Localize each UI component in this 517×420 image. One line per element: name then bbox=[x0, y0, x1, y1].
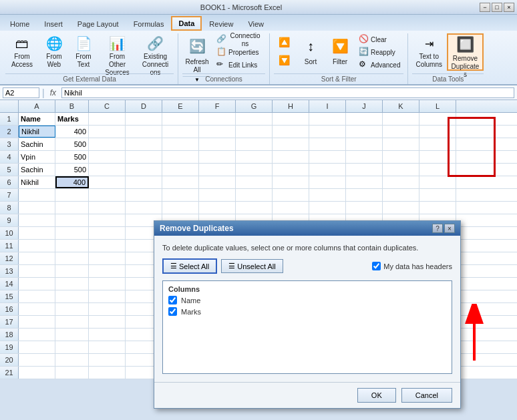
cell-l7[interactable] bbox=[419, 189, 456, 201]
cell-e2[interactable] bbox=[162, 126, 199, 138]
tab-view[interactable]: View bbox=[240, 16, 271, 31]
cell-c21[interactable] bbox=[89, 367, 126, 379]
cell-l3[interactable] bbox=[419, 138, 456, 150]
cell-a4[interactable]: Vpin bbox=[19, 151, 55, 163]
row-header-11[interactable]: 11 bbox=[0, 240, 19, 252]
col-header-g[interactable]: G bbox=[236, 100, 273, 112]
cell-j2[interactable] bbox=[346, 126, 383, 138]
col-header-e[interactable]: E bbox=[162, 100, 199, 112]
tab-insert[interactable]: Insert bbox=[37, 16, 70, 31]
cell-b3[interactable]: 500 bbox=[55, 138, 89, 150]
cell-i2[interactable] bbox=[309, 126, 346, 138]
cell-l5[interactable] bbox=[419, 164, 456, 176]
cell-f5[interactable] bbox=[199, 164, 236, 176]
existing-connections-button[interactable]: 🔗 ExistingConnections bbox=[137, 33, 174, 71]
row-header-8[interactable]: 8 bbox=[0, 202, 19, 214]
sort-za-button[interactable]: 🔽 bbox=[274, 51, 294, 69]
dialog-close-button[interactable]: × bbox=[444, 224, 455, 233]
row-header-2[interactable]: 2 bbox=[0, 126, 19, 138]
cell-c9[interactable] bbox=[89, 214, 126, 226]
row-header-15[interactable]: 15 bbox=[0, 290, 19, 302]
cell-b1[interactable]: Marks bbox=[55, 113, 89, 125]
cell-d2[interactable] bbox=[126, 126, 162, 138]
tab-review[interactable]: Review bbox=[202, 16, 240, 31]
cell-c6[interactable] bbox=[89, 176, 126, 188]
cell-c14[interactable] bbox=[89, 278, 126, 290]
cell-a17[interactable] bbox=[19, 316, 55, 328]
cell-h1[interactable] bbox=[273, 113, 309, 125]
remove-duplicates-button[interactable]: 🔲 RemoveDuplicates bbox=[447, 33, 484, 71]
cell-a9[interactable] bbox=[19, 214, 55, 226]
cell-h2[interactable] bbox=[273, 126, 309, 138]
row-header-12[interactable]: 12 bbox=[0, 252, 19, 264]
dialog-list-item-marks[interactable]: Marks bbox=[166, 306, 449, 317]
cell-c13[interactable] bbox=[89, 265, 126, 277]
cell-c10[interactable] bbox=[89, 227, 126, 239]
col-header-b[interactable]: B bbox=[55, 100, 89, 112]
cell-e7[interactable] bbox=[162, 189, 199, 201]
cell-c16[interactable] bbox=[89, 303, 126, 315]
cell-b7[interactable] bbox=[55, 189, 89, 201]
row-header-18[interactable]: 18 bbox=[0, 329, 19, 341]
cell-h8[interactable] bbox=[273, 202, 309, 214]
cell-j4[interactable] bbox=[346, 151, 383, 163]
cell-f6[interactable] bbox=[199, 176, 236, 188]
from-other-sources-button[interactable]: 📊 From OtherSources bbox=[99, 33, 136, 71]
row-header-6[interactable]: 6 bbox=[0, 176, 19, 188]
row-header-1[interactable]: 1 bbox=[0, 113, 19, 125]
formula-input[interactable] bbox=[61, 87, 514, 98]
col-header-d[interactable]: D bbox=[126, 100, 162, 112]
cell-l8[interactable] bbox=[419, 202, 456, 214]
cell-c8[interactable] bbox=[89, 202, 126, 214]
cell-k3[interactable] bbox=[383, 138, 419, 150]
cell-c18[interactable] bbox=[89, 329, 126, 341]
cell-b21[interactable] bbox=[55, 367, 89, 379]
cell-c12[interactable] bbox=[89, 252, 126, 264]
from-text-button[interactable]: 📄 FromText bbox=[69, 33, 98, 71]
cell-b15[interactable] bbox=[55, 290, 89, 302]
tab-formulas[interactable]: Formulas bbox=[126, 16, 172, 31]
cell-b17[interactable] bbox=[55, 316, 89, 328]
minimize-button[interactable]: − bbox=[480, 3, 490, 12]
cell-b20[interactable] bbox=[55, 354, 89, 366]
cell-j3[interactable] bbox=[346, 138, 383, 150]
cell-i1[interactable] bbox=[309, 113, 346, 125]
cell-a3[interactable]: Sachin bbox=[19, 138, 55, 150]
col-header-a[interactable]: A bbox=[19, 100, 55, 112]
cell-c7[interactable] bbox=[89, 189, 126, 201]
cell-k7[interactable] bbox=[383, 189, 419, 201]
properties-button[interactable]: 📋 Properties bbox=[213, 46, 265, 58]
cell-f3[interactable] bbox=[199, 138, 236, 150]
cell-j1[interactable] bbox=[346, 113, 383, 125]
cell-a14[interactable] bbox=[19, 278, 55, 290]
cell-i8[interactable] bbox=[309, 202, 346, 214]
cell-a7[interactable] bbox=[19, 189, 55, 201]
cell-a2[interactable]: Nikhil bbox=[19, 126, 55, 138]
text-to-columns-button[interactable]: ⇥ Text toColumns bbox=[412, 33, 445, 71]
refresh-all-button[interactable]: 🔄 RefreshAll ▼ bbox=[182, 33, 212, 71]
cell-k5[interactable] bbox=[383, 164, 419, 176]
cell-a13[interactable] bbox=[19, 265, 55, 277]
cell-l2[interactable] bbox=[419, 126, 456, 138]
col-header-j[interactable]: J bbox=[346, 100, 383, 112]
col-header-c[interactable]: C bbox=[89, 100, 126, 112]
cell-c2[interactable] bbox=[89, 126, 126, 138]
cell-a6[interactable]: Nikhil bbox=[19, 176, 55, 188]
filter-button[interactable]: 🔽 Filter bbox=[326, 33, 354, 71]
row-header-13[interactable]: 13 bbox=[0, 265, 19, 277]
col-header-h[interactable]: H bbox=[273, 100, 309, 112]
from-web-button[interactable]: 🌐 FromWeb bbox=[40, 33, 68, 71]
cell-k2[interactable] bbox=[383, 126, 419, 138]
row-header-7[interactable]: 7 bbox=[0, 189, 19, 201]
sort-button[interactable]: ↕️ Sort bbox=[297, 33, 325, 71]
cell-g7[interactable] bbox=[236, 189, 273, 201]
cell-l4[interactable] bbox=[419, 151, 456, 163]
row-header-14[interactable]: 14 bbox=[0, 278, 19, 290]
cell-b18[interactable] bbox=[55, 329, 89, 341]
my-data-headers-checkbox[interactable] bbox=[372, 262, 381, 270]
cell-e6[interactable] bbox=[162, 176, 199, 188]
cell-reference-input[interactable] bbox=[3, 87, 39, 98]
cell-h3[interactable] bbox=[273, 138, 309, 150]
cell-c17[interactable] bbox=[89, 316, 126, 328]
advanced-button[interactable]: ⚙ Advanced bbox=[355, 59, 403, 71]
